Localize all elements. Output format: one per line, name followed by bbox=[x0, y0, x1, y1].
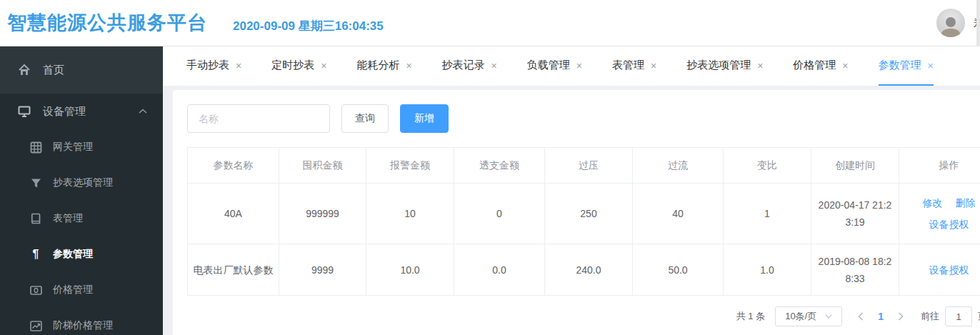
scrollbar[interactable] bbox=[976, 0, 980, 46]
user-area[interactable]: 郑 bbox=[936, 0, 980, 46]
cell-overvoltage: 240.0 bbox=[545, 244, 633, 296]
app-window: 智慧能源公共服务平台 2020-09-09 星期三16:04:35 郑 首页 bbox=[0, 0, 980, 335]
tab-bar: 手动抄表× 定时抄表× 能耗分析× 抄表记录× 负载管理× 表管理× 抄表选项管… bbox=[163, 46, 980, 86]
next-page-button[interactable] bbox=[894, 312, 908, 321]
sidebar-item-label: 参数管理 bbox=[53, 248, 93, 261]
tab-energy-analysis[interactable]: 能耗分析× bbox=[341, 46, 426, 86]
grid-icon bbox=[29, 141, 43, 154]
col-hoard-amount: 囤积金额 bbox=[279, 148, 366, 184]
cell-overcurrent: 40 bbox=[633, 184, 724, 244]
user-avatar[interactable] bbox=[936, 9, 965, 37]
goto-label: 前往 bbox=[921, 310, 939, 323]
tab-price-management[interactable]: 价格管理× bbox=[778, 46, 863, 86]
col-created-time: 创建时间 bbox=[811, 148, 899, 184]
edit-link[interactable]: 修改 bbox=[923, 197, 943, 209]
cell-created-time: 2020-04-17 21:23:19 bbox=[811, 184, 899, 244]
close-tab-icon[interactable]: × bbox=[757, 61, 763, 71]
sidebar: 首页 设备管理 网关管理 bbox=[0, 46, 163, 335]
tab-label: 参数管理 bbox=[879, 59, 921, 72]
sidebar-item-price-management[interactable]: 价格管理 bbox=[0, 272, 163, 308]
sidebar-item-label: 设备管理 bbox=[43, 105, 86, 119]
sidebar-item-label: 抄表选项管理 bbox=[53, 176, 113, 189]
add-button[interactable]: 新增 bbox=[400, 104, 449, 133]
col-overvoltage: 过压 bbox=[545, 148, 633, 184]
cell-ratio: 1.0 bbox=[724, 244, 811, 296]
tab-meter-reading-options[interactable]: 抄表选项管理× bbox=[671, 46, 778, 86]
cell-hoard-amount: 9999 bbox=[279, 244, 366, 296]
query-button[interactable]: 查询 bbox=[341, 104, 389, 133]
cell-overvoltage: 250 bbox=[545, 184, 633, 244]
page-size-select[interactable]: 10条/页 bbox=[775, 306, 842, 326]
tab-label: 定时抄表 bbox=[271, 59, 314, 72]
toolbar: 查询 新增 bbox=[187, 104, 980, 133]
sidebar-item-meter-reading-options[interactable]: 抄表选项管理 bbox=[0, 165, 163, 201]
tab-label: 抄表选项管理 bbox=[686, 59, 751, 72]
sidebar-item-parameter-management[interactable]: ¶ 参数管理 bbox=[0, 236, 163, 272]
trend-chart-icon bbox=[29, 321, 43, 331]
cell-parameter-name: 40A bbox=[188, 184, 279, 244]
goto-page-input[interactable] bbox=[945, 306, 972, 326]
tab-scheduled-meter-reading[interactable]: 定时抄表× bbox=[256, 46, 341, 86]
chevron-right-icon bbox=[898, 312, 904, 321]
tab-meter-management[interactable]: 表管理× bbox=[597, 46, 671, 86]
tab-label: 表管理 bbox=[612, 59, 644, 72]
tab-label: 负载管理 bbox=[527, 59, 570, 72]
table-header-row: 参数名称 囤积金额 报警金额 透支金额 过压 过流 变比 创建时间 操作 bbox=[188, 148, 980, 184]
close-tab-icon[interactable]: × bbox=[928, 61, 934, 71]
close-tab-icon[interactable]: × bbox=[321, 61, 326, 71]
sidebar-item-meter-management[interactable]: 表管理 bbox=[0, 201, 163, 236]
sidebar-item-label: 表管理 bbox=[53, 212, 83, 225]
col-overdraft-amount: 透支金额 bbox=[454, 148, 545, 184]
cell-hoard-amount: 999999 bbox=[279, 184, 366, 244]
col-overcurrent: 过流 bbox=[633, 148, 724, 184]
name-search-input[interactable] bbox=[187, 104, 330, 133]
banknote-icon bbox=[29, 286, 43, 295]
chevron-up-icon bbox=[139, 109, 147, 114]
pagination: 共 1 条 10条/页 1 前往 页 bbox=[187, 306, 980, 326]
prev-page-button[interactable] bbox=[854, 312, 868, 321]
app-header: 智慧能源公共服务平台 2020-09-09 星期三16:04:35 郑 bbox=[0, 0, 980, 46]
close-tab-icon[interactable]: × bbox=[651, 61, 656, 71]
content-card: 查询 新增 参数名称 囤积金额 报警金额 透支金额 过压 过流 bbox=[173, 90, 980, 335]
sidebar-item-label: 首页 bbox=[43, 64, 64, 77]
cell-overdraft-amount: 0.0 bbox=[454, 244, 545, 296]
sidebar-submenu-device: 设备管理 网关管理 抄表选项管理 bbox=[0, 94, 163, 335]
main-content: 查询 新增 参数名称 囤积金额 报警金额 透支金额 过压 过流 bbox=[163, 86, 980, 335]
total-count: 共 1 条 bbox=[736, 310, 765, 323]
tab-meter-reading-records[interactable]: 抄表记录× bbox=[427, 46, 512, 86]
cell-alarm-amount: 10 bbox=[366, 184, 454, 244]
chevron-left-icon bbox=[858, 312, 864, 321]
header-datetime: 2020-09-09 星期三16:04:35 bbox=[233, 18, 384, 34]
close-tab-icon[interactable]: × bbox=[576, 61, 582, 71]
tab-label: 手动抄表 bbox=[186, 59, 229, 72]
page-size-value: 10条/页 bbox=[785, 310, 816, 323]
sidebar-item-gateway-management[interactable]: 网关管理 bbox=[0, 129, 163, 165]
col-parameter-name: 参数名称 bbox=[188, 148, 279, 184]
tab-load-management[interactable]: 负载管理× bbox=[512, 46, 597, 86]
device-authorize-link[interactable]: 设备授权 bbox=[929, 219, 969, 230]
parameter-table: 参数名称 囤积金额 报警金额 透支金额 过压 过流 变比 创建时间 操作 40A bbox=[187, 147, 980, 296]
page-number-1[interactable]: 1 bbox=[878, 311, 884, 322]
sidebar-item-home[interactable]: 首页 bbox=[0, 46, 163, 94]
col-alarm-amount: 报警金额 bbox=[366, 148, 454, 184]
tab-parameter-management[interactable]: 参数管理× bbox=[864, 46, 949, 86]
sidebar-item-device-management[interactable]: 设备管理 bbox=[0, 94, 163, 129]
delete-link[interactable]: 删除 bbox=[956, 197, 976, 209]
sidebar-item-label: 价格管理 bbox=[53, 284, 93, 296]
col-ratio: 变比 bbox=[724, 148, 811, 184]
home-icon bbox=[17, 64, 31, 76]
close-tab-icon[interactable]: × bbox=[406, 61, 411, 71]
cell-overdraft-amount: 0 bbox=[454, 184, 545, 244]
monitor-icon bbox=[17, 105, 31, 118]
sidebar-item-tiered-price-management[interactable]: 阶梯价格管理 bbox=[0, 308, 163, 335]
filter-icon bbox=[29, 178, 43, 189]
cell-overcurrent: 50.0 bbox=[633, 244, 724, 296]
close-tab-icon[interactable]: × bbox=[236, 61, 241, 71]
close-tab-icon[interactable]: × bbox=[842, 61, 848, 71]
col-actions: 操作 bbox=[899, 148, 980, 184]
close-tab-icon[interactable]: × bbox=[491, 61, 497, 71]
tab-manual-meter-reading[interactable]: 手动抄表× bbox=[171, 46, 256, 86]
chevron-down-icon bbox=[825, 314, 832, 319]
tab-label: 抄表记录 bbox=[442, 59, 485, 72]
device-authorize-link[interactable]: 设备授权 bbox=[929, 264, 969, 276]
